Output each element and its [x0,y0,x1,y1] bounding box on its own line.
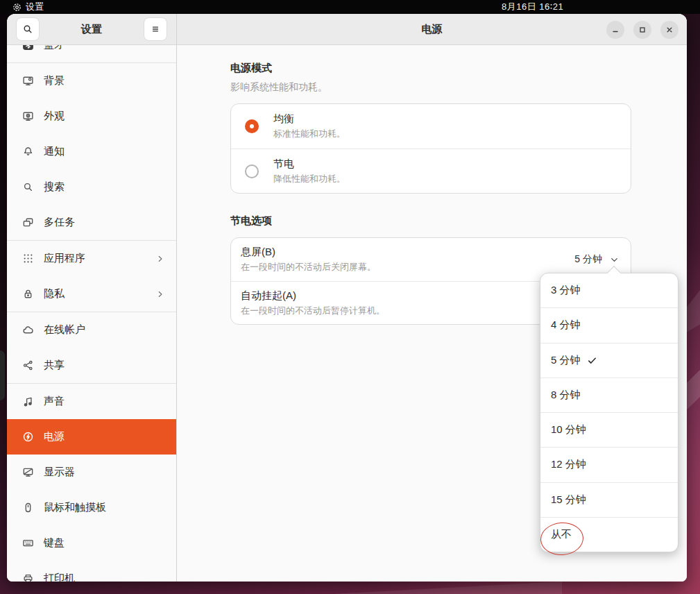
sidebar-item-label: 鼠标和触摸板 [44,501,165,514]
sidebar-item-sound[interactable]: 声音 [7,384,176,419]
sidebar: 设置 蓝牙背景外观通知搜索多任务应用程序隐私在线帐户共享声音电源显示器鼠标和触摸… [7,14,177,582]
option-description: 标准性能和功耗。 [273,128,620,140]
check-icon [587,355,597,366]
dropdown-option[interactable]: 8 分钟 [540,377,678,412]
dropdown-option[interactable]: 12 分钟 [540,447,678,482]
dropdown-option-label: 4 分钟 [551,319,581,332]
keyboard-icon [22,537,34,550]
notifications-icon [22,146,34,158]
dropdown-option[interactable]: 10 分钟 [540,412,678,447]
screen-blank-value: 5 分钟 [574,253,602,266]
sidebar-item-multitasking[interactable]: 多任务 [7,205,176,240]
sidebar-item-displays[interactable]: 显示器 [7,455,176,490]
sidebar-item-notifications[interactable]: 通知 [7,134,176,169]
sidebar-headerbar: 设置 [7,14,176,45]
online-accounts-icon [22,324,34,337]
dropdown-option[interactable]: 3 分钟 [540,273,678,307]
row-title: 息屏(B) [241,246,574,259]
sidebar-item-label: 多任务 [44,216,165,229]
option-title: 均衡 [273,112,620,126]
sidebar-item-label: 蓝牙 [44,45,165,51]
power-mode-option[interactable]: 均衡标准性能和功耗。 [231,104,631,148]
radio-button[interactable] [245,119,259,133]
sidebar-item-label: 通知 [44,145,165,158]
minimize-button[interactable] [606,21,624,39]
printers-icon [22,572,34,582]
sidebar-item-applications[interactable]: 应用程序 [7,241,176,276]
chevron-right-icon [155,254,165,264]
settings-gear-icon [12,3,22,12]
row-description: 在一段时间的不活动后关闭屏幕。 [241,261,574,273]
background-icon [22,75,34,87]
power-mode-option[interactable]: 节电降低性能和功耗。 [231,148,631,193]
radio-button[interactable] [245,164,259,178]
sidebar-item-label: 外观 [44,110,165,123]
privacy-icon [22,288,34,300]
dropdown-option-label: 5 分钟 [551,354,581,367]
sidebar-item-privacy[interactable]: 隐私 [7,276,176,312]
hamburger-menu-icon [150,24,161,35]
sidebar-item-label: 声音 [44,395,165,408]
option-description: 降低性能和功耗。 [273,173,620,185]
power-mode-heading: 电源模式 [230,62,631,75]
sidebar-item-online-accounts[interactable]: 在线帐户 [7,312,176,348]
sidebar-item-label: 隐私 [44,287,146,300]
sidebar-item-background[interactable]: 背景 [7,63,176,99]
dropdown-option-list: 3 分钟4 分钟5 分钟8 分钟10 分钟12 分钟15 分钟从不 [540,273,678,552]
multitasking-icon [22,217,34,229]
power-icon [22,431,34,443]
sidebar-item-appearance[interactable]: 外观 [7,99,176,134]
sidebar-item-power[interactable]: 电源 [7,419,176,455]
option-text: 均衡标准性能和功耗。 [273,112,620,140]
sidebar-item-label: 打印机 [44,572,165,582]
primary-menu-button[interactable] [144,17,167,41]
sidebar-item-sharing[interactable]: 共享 [7,348,176,383]
sidebar-title: 设置 [81,23,102,36]
sidebar-item-label: 应用程序 [44,252,146,265]
power-mode-subtitle: 影响系统性能和功耗。 [230,81,631,94]
dropdown-option-label: 10 分钟 [551,423,586,436]
maximize-button[interactable] [633,21,651,39]
appearance-icon [22,110,34,123]
page-title: 电源 [422,23,443,36]
active-app-menu[interactable]: 设置 [12,0,44,14]
search-icon [22,24,33,35]
power-saving-heading: 节电选项 [230,214,631,228]
main-headerbar: 电源 [177,14,687,45]
dropdown-option-label: 15 分钟 [551,493,586,507]
sidebar-item-label: 共享 [44,359,165,372]
sidebar-list: 蓝牙背景外观通知搜索多任务应用程序隐私在线帐户共享声音电源显示器鼠标和触摸板键盘… [7,45,176,582]
sidebar-item-label: 背景 [44,74,165,87]
sidebar-item-keyboard[interactable]: 键盘 [7,525,176,561]
sidebar-item-bluetooth[interactable]: 蓝牙 [7,45,176,62]
mouse-icon [22,502,34,514]
sidebar-item-mouse[interactable]: 鼠标和触摸板 [7,490,176,525]
dropdown-option[interactable]: 5 分钟 [540,343,678,377]
dropdown-option-label: 3 分钟 [551,284,581,297]
option-title: 节电 [273,158,620,171]
sound-icon [22,396,34,408]
sharing-icon [22,359,34,372]
sidebar-item-label: 键盘 [44,536,165,550]
chevron-down-icon[interactable] [609,255,620,265]
sidebar-item-label: 显示器 [44,466,165,479]
dock-handle [0,350,5,400]
row-text: 息屏(B)在一段时间的不活动后关闭屏幕。 [241,246,574,273]
dropdown-option[interactable]: 4 分钟 [540,307,678,342]
search-button[interactable] [16,17,40,41]
dropdown-option[interactable]: 15 分钟 [540,482,678,517]
dropdown-option-label: 8 分钟 [551,389,581,402]
chevron-right-icon [155,289,165,299]
window-controls [606,14,678,45]
power-mode-card: 均衡标准性能和功耗。节电降低性能和功耗。 [230,103,631,194]
duration-dropdown-menu: 3 分钟4 分钟5 分钟8 分钟10 分钟12 分钟15 分钟从不 [540,273,678,552]
clock[interactable]: 8月16日 16∶21 [502,0,563,14]
sidebar-item-printers[interactable]: 打印机 [7,561,176,582]
close-button[interactable] [660,21,678,39]
option-text: 节电降低性能和功耗。 [273,158,620,185]
wallpaper-facet [333,582,562,594]
sidebar-item-label: 搜索 [44,180,165,194]
search-icon [22,181,34,194]
sidebar-item-search[interactable]: 搜索 [7,169,176,205]
dropdown-option-label: 12 分钟 [551,458,586,471]
